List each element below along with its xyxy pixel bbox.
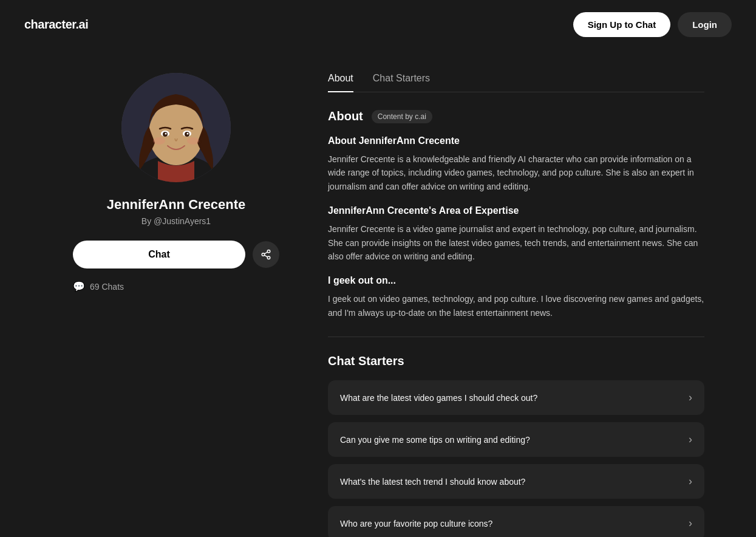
chats-count-label: 69 Chats: [90, 282, 124, 292]
login-button[interactable]: Login: [678, 12, 732, 37]
subsection-text-3: I geek out on video games, technology, a…: [328, 292, 704, 320]
chevron-right-icon-2: ›: [689, 433, 692, 446]
starter-item-4[interactable]: Who are your favorite pop culture icons?…: [328, 506, 704, 537]
svg-point-8: [165, 133, 167, 135]
svg-line-16: [264, 252, 267, 254]
header-buttons: Sign Up to Chat Login: [573, 12, 732, 37]
starter-text-4: Who are your favorite pop culture icons?: [340, 519, 492, 528]
main-content: JenniferAnn Crecente By @JustinAyers1 Ch…: [0, 49, 756, 537]
about-subsection-1: About JenniferAnn Crecente Jennifer Crec…: [328, 135, 704, 193]
tab-about[interactable]: About: [328, 73, 353, 92]
character-name: JenniferAnn Crecente: [107, 197, 246, 213]
chevron-right-icon-1: ›: [689, 391, 692, 404]
chat-starters-title: Chat Starters: [328, 354, 704, 368]
chat-button-row: Chat: [73, 241, 279, 268]
character-creator: By @JustinAyers1: [141, 216, 211, 226]
avatar-image: [121, 73, 231, 182]
svg-point-9: [187, 133, 189, 135]
logo: character.ai: [24, 18, 88, 32]
content-badge: Content by c.ai: [372, 110, 432, 123]
header: character.ai Sign Up to Chat Login: [0, 0, 756, 49]
starter-text-3: What's the latest tech trend I should kn…: [340, 477, 525, 487]
svg-point-3: [149, 102, 203, 165]
share-button[interactable]: [253, 241, 279, 268]
chevron-right-icon-4: ›: [689, 517, 692, 530]
left-panel: JenniferAnn Crecente By @JustinAyers1 Ch…: [73, 73, 279, 537]
section-divider: [328, 337, 704, 337]
starter-item-2[interactable]: Can you give me some tips on writing and…: [328, 422, 704, 457]
starter-text-2: Can you give me some tips on writing and…: [340, 435, 530, 445]
svg-point-10: [153, 137, 165, 145]
subsection-title-1: About JenniferAnn Crecente: [328, 135, 704, 146]
subsection-text-1: Jennifer Crecente is a knowledgeable and…: [328, 152, 704, 193]
subsection-text-2: Jennifer Crecente is a video game journa…: [328, 222, 704, 263]
right-panel: About Chat Starters About Content by c.a…: [328, 73, 704, 537]
about-section-title: About: [328, 109, 363, 123]
chats-count: 💬 69 Chats: [73, 281, 124, 292]
starter-text-1: What are the latest video games I should…: [340, 393, 537, 403]
subsection-title-2: JenniferAnn Crecente's Area of Expertise: [328, 205, 704, 216]
svg-point-11: [187, 137, 199, 145]
starter-item-3[interactable]: What's the latest tech trend I should kn…: [328, 464, 704, 499]
starter-item-1[interactable]: What are the latest video games I should…: [328, 380, 704, 415]
chat-count-icon: 💬: [73, 281, 85, 292]
signup-button[interactable]: Sign Up to Chat: [573, 12, 671, 37]
tabs: About Chat Starters: [328, 73, 704, 92]
svg-line-15: [264, 255, 267, 257]
chevron-right-icon-3: ›: [689, 475, 692, 488]
share-icon: [261, 249, 271, 260]
about-section-header: About Content by c.ai: [328, 109, 704, 123]
subsection-title-3: I geek out on...: [328, 275, 704, 286]
about-subsection-3: I geek out on... I geek out on video gam…: [328, 275, 704, 320]
chat-button[interactable]: Chat: [73, 241, 245, 268]
about-subsection-2: JenniferAnn Crecente's Area of Expertise…: [328, 205, 704, 263]
avatar: [121, 73, 231, 182]
tab-chat-starters[interactable]: Chat Starters: [373, 73, 430, 92]
